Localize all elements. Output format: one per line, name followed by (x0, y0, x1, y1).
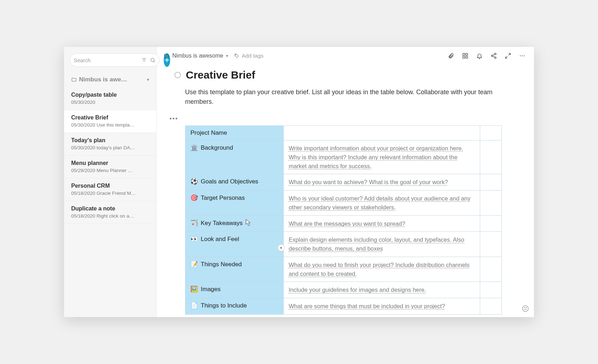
table-header-cell[interactable]: Project Name (185, 126, 284, 140)
breadcrumb-label: Nimbus is awesome (172, 53, 223, 59)
svg-point-19 (520, 55, 521, 56)
note-preview: Gracie Friend M… (96, 191, 136, 196)
brief-table[interactable]: Project Name 🏛️Background Write importan… (185, 125, 502, 315)
search-icon[interactable] (150, 57, 156, 63)
note-date: 05/18/2020 (71, 191, 95, 196)
table-label-cell[interactable]: 🖼️Images (185, 282, 284, 298)
table-cell[interactable] (480, 174, 502, 191)
note-item[interactable]: Copy/paste table 05/30/2020 (64, 87, 156, 110)
note-title: Personal CRM (71, 183, 149, 189)
svg-point-7 (235, 54, 236, 55)
svg-point-13 (491, 55, 493, 57)
table-value-cell[interactable]: Explain design elements including color,… (283, 232, 480, 257)
table-value-cell[interactable]: Write important information about your p… (283, 140, 480, 174)
add-tags-button[interactable]: Add tags (234, 53, 263, 59)
table-label-cell[interactable]: 📄Things to Include (185, 298, 284, 315)
table-value-cell[interactable]: Who is your ideal customer? Add details … (283, 191, 480, 216)
share-icon[interactable] (491, 53, 497, 59)
table-cell[interactable] (480, 298, 502, 315)
block-handle-icon[interactable]: ••• (169, 115, 520, 123)
note-preview: Right click on a… (96, 213, 134, 219)
note-date: 05/30/2020 (71, 122, 95, 128)
search-box[interactable] (70, 53, 159, 67)
row-icon: 👀 (190, 236, 198, 242)
note-date: 05/29/2020 (71, 168, 95, 173)
svg-point-12 (494, 53, 496, 55)
note-list: Copy/paste table 05/30/2020 Creative Bri… (64, 85, 156, 226)
table-label-cell[interactable]: 🏛️Background (185, 140, 284, 174)
doc-title[interactable]: Creative Brief (186, 69, 255, 81)
content-area: Creative Brief Use this template to plan… (157, 62, 534, 317)
row-icon: 🖼️ (190, 286, 198, 293)
note-preview: Menu Planner … (96, 168, 132, 173)
note-item[interactable]: Creative Brief 05/30/2020 Use this templ… (64, 110, 156, 133)
note-date: 05/30/2020 (71, 145, 95, 150)
note-item[interactable]: Personal CRM 05/18/2020 Gracie Friend M… (64, 178, 156, 201)
row-icon: 📝 (190, 261, 198, 268)
table-label-cell[interactable]: 📝Things Needed (185, 257, 284, 282)
table-cell[interactable] (480, 191, 502, 216)
table-cell[interactable] (283, 126, 480, 140)
table-value-cell[interactable]: Include your guidelines for images and d… (283, 282, 480, 298)
row-icon: ⚽ (190, 178, 198, 185)
table-cell[interactable] (480, 140, 502, 174)
row-expand-icon[interactable]: ▾ (278, 244, 285, 251)
emoji-picker-icon[interactable] (522, 305, 529, 312)
note-title: Copy/paste table (71, 92, 149, 98)
svg-rect-10 (463, 57, 465, 58)
note-title: Creative Brief (71, 114, 149, 121)
svg-line-15 (493, 54, 494, 55)
note-title: Menu planner (71, 160, 149, 166)
row-icon: 📄 (190, 302, 198, 309)
table-row: 🏛️Background Write important information… (185, 140, 502, 174)
table-label-cell[interactable]: 🏹Key Takeaways (185, 215, 284, 232)
row-icon: 🏹 (190, 220, 198, 226)
note-item[interactable]: Menu planner 05/29/2020 Menu Planner … (64, 156, 156, 178)
expand-icon[interactable] (505, 53, 511, 59)
doc-description[interactable]: Use this template to plan your creative … (185, 87, 498, 107)
apps-icon[interactable] (462, 53, 468, 59)
chevron-down-icon[interactable]: ▾ (147, 77, 149, 82)
table-cell[interactable] (480, 257, 502, 282)
table-value-cell[interactable]: What do you want to achieve? What is the… (283, 174, 480, 191)
chevron-down-icon: ▾ (226, 53, 228, 58)
svg-point-3 (151, 58, 154, 61)
more-icon[interactable] (519, 53, 525, 59)
search-input[interactable] (74, 57, 141, 63)
note-item[interactable]: Today's plan 05/30/2020 today's plan DA… (64, 133, 156, 156)
attachment-icon[interactable] (448, 53, 454, 59)
svg-line-17 (509, 53, 510, 55)
row-icon: 🎯 (190, 194, 198, 201)
table-cell[interactable] (480, 282, 502, 298)
table-value-cell[interactable]: What do you need to finish your project?… (283, 257, 480, 282)
table-label-cell[interactable]: ⚽Goals and Objectives (185, 174, 284, 191)
tag-icon (234, 53, 240, 59)
note-item[interactable]: Duplicate a note 05/18/2020 Right click … (64, 201, 156, 224)
svg-rect-11 (466, 57, 468, 58)
table-label-cell[interactable]: 👀Look and Feel (185, 232, 284, 257)
note-date: 05/18/2020 (71, 213, 95, 219)
folder-header[interactable]: Nimbus is awe… ▾ (64, 70, 156, 85)
table-row: 🎯Target Personas Who is your ideal custo… (185, 191, 502, 216)
note-preview: Use this templa… (96, 122, 135, 128)
svg-point-20 (522, 55, 523, 56)
svg-point-24 (526, 307, 527, 308)
table-cell[interactable] (480, 126, 502, 140)
note-preview: today's plan DA… (96, 145, 135, 150)
main-area: Nimbus is awesome ▾ Add tags (157, 47, 534, 317)
title-bullet-icon (174, 72, 181, 78)
svg-rect-8 (463, 53, 465, 55)
table-row: 📝Things Needed What do you need to finis… (185, 257, 502, 282)
note-title: Today's plan (71, 137, 149, 144)
table-cell[interactable] (480, 232, 502, 257)
table-row: Project Name (185, 126, 502, 140)
table-value-cell[interactable]: What are some things that must be includ… (283, 298, 480, 315)
table-value-cell[interactable]: What are the messages you want to spread… (283, 215, 480, 232)
add-tags-label: Add tags (242, 53, 263, 59)
breadcrumb[interactable]: Nimbus is awesome ▾ (164, 53, 228, 59)
table-label-cell[interactable]: 🎯Target Personas (185, 191, 284, 216)
table-cell[interactable] (480, 215, 502, 232)
table-row: ⚽Goals and Objectives What do you want t… (185, 174, 502, 191)
bell-icon[interactable] (476, 53, 483, 59)
filter-icon[interactable] (141, 57, 147, 63)
